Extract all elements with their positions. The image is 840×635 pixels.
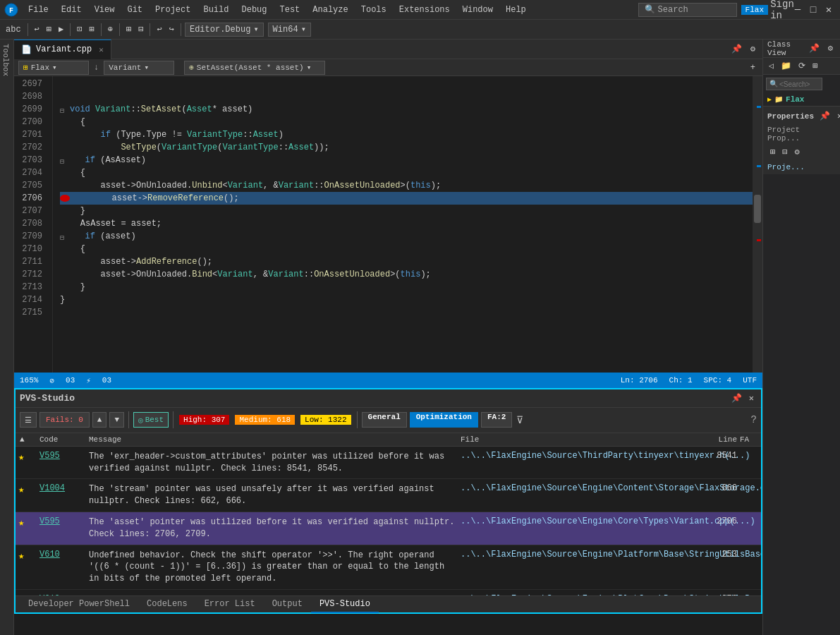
props-btn-1[interactable]: ⊞ — [767, 145, 778, 159]
menu-debug[interactable]: Debug — [236, 4, 272, 16]
toolbar-btn-5[interactable]: ⊞ — [87, 23, 97, 36]
class-view-search-box[interactable]: 🔍 — [766, 78, 822, 90]
code-link-3[interactable]: V595 — [39, 516, 60, 526]
toolbar-btn-8[interactable]: ⊟ — [135, 23, 146, 36]
pvs-row-4[interactable]: ★ V610 Undefined behavior. Check the shi… — [16, 545, 761, 590]
pvs-down-btn[interactable]: ▼ — [109, 412, 124, 428]
menu-tools[interactable]: Tools — [355, 4, 392, 16]
project-item[interactable]: Proje... — [767, 163, 836, 171]
menu-build[interactable]: Build — [197, 4, 234, 16]
toolbar-btn-10[interactable]: ↪ — [166, 23, 177, 36]
props-close[interactable]: ✕ — [834, 109, 840, 123]
medium-count[interactable]: Medium: 618 — [235, 415, 295, 425]
minimize-button[interactable]: ─ — [791, 3, 805, 17]
pvs-close-btn[interactable]: ✕ — [746, 392, 757, 405]
menu-project[interactable]: Project — [150, 4, 196, 16]
tab-error-list[interactable]: Error List — [196, 596, 264, 613]
th-fa[interactable]: FA — [740, 435, 761, 444]
menu-window[interactable]: Window — [457, 4, 499, 16]
pvs-help-btn[interactable]: ? — [751, 414, 757, 425]
toolbar-btn-6[interactable]: ⊕ — [105, 23, 116, 36]
class-view-search-input[interactable] — [779, 80, 829, 88]
tab-variant-cpp[interactable]: 📄 Variant.cpp ✕ — [14, 40, 111, 59]
class-view-folder[interactable]: 📁 — [778, 59, 794, 73]
pvs-menu-btn[interactable]: ☰ — [20, 412, 37, 428]
code-content[interactable]: ⊟ void Variant :: SetAsset ( Asset * ass… — [53, 76, 753, 373]
toolbar-abc[interactable]: abc — [3, 23, 24, 36]
collapse-2709[interactable]: ⊟ — [60, 232, 68, 241]
tab-codelens[interactable]: CodeLens — [138, 596, 196, 613]
pvs-row-3-code[interactable]: V595 — [37, 515, 86, 528]
pvs-row-4-code[interactable]: V610 — [37, 548, 86, 561]
pvs-row-1[interactable]: ★ V595 The 'exr_header->custom_attribute… — [16, 447, 761, 480]
th-code[interactable]: Code — [37, 435, 86, 444]
menu-test[interactable]: Test — [274, 4, 306, 16]
menu-git[interactable]: Git — [121, 4, 148, 16]
pvs-table-container[interactable]: ★ V595 The 'exr_header->custom_attribute… — [16, 447, 761, 595]
menu-help[interactable]: Help — [500, 4, 532, 16]
project-dropdown[interactable]: ⊞ Flax ▾ — [18, 61, 89, 75]
toolbar-btn-4[interactable]: ⊡ — [74, 23, 85, 36]
props-btn-2[interactable]: ⊟ — [779, 145, 790, 159]
tab-output[interactable]: Output — [264, 596, 311, 613]
menu-extensions[interactable]: Extensions — [394, 4, 456, 16]
th-message[interactable]: Message — [86, 435, 458, 444]
menu-view[interactable]: View — [89, 4, 121, 16]
props-pin[interactable]: 📌 — [817, 109, 833, 123]
tab-close-btn[interactable]: ✕ — [99, 45, 104, 54]
class-view-more[interactable]: ⊞ — [810, 59, 820, 73]
high-count[interactable]: High: 307 — [179, 415, 229, 425]
maximize-button[interactable]: □ — [806, 3, 820, 17]
low-count[interactable]: Low: 1322 — [300, 415, 351, 425]
collapse-2699[interactable]: ⊟ — [60, 105, 68, 114]
menu-edit[interactable]: Edit — [56, 4, 87, 16]
flax-node[interactable]: ▶ 📁 Flax — [763, 93, 840, 106]
th-file[interactable]: File — [458, 435, 705, 444]
code-link-4[interactable]: V610 — [39, 550, 60, 560]
th-line[interactable]: Line — [705, 435, 740, 444]
code-link-1[interactable]: V595 — [39, 451, 60, 461]
config-dropdown[interactable]: Editor.Debug ▾ — [185, 23, 264, 37]
toolbox-label[interactable]: Toolbox — [0, 40, 11, 80]
tab-developer-powershell[interactable]: Developer PowerShell — [20, 596, 138, 613]
tab-pvs-studio[interactable]: PVS-Studio — [311, 596, 379, 613]
toolbar-btn-1[interactable]: ↩ — [32, 23, 42, 36]
class-view-sync[interactable]: ⟳ — [796, 59, 808, 73]
pvs-row-2[interactable]: ★ V1004 The 'stream' pointer was used un… — [16, 479, 761, 512]
pvs-best-btn[interactable]: ◎ Best — [133, 412, 169, 428]
pvs-pin-btn[interactable]: 📌 — [729, 392, 745, 405]
toolbar-btn-3[interactable]: ▶ — [56, 23, 66, 36]
general-filter-btn[interactable]: General — [362, 412, 407, 428]
class-view-back[interactable]: ◁ — [766, 59, 777, 73]
class-view-gear[interactable]: ⚙ — [825, 42, 836, 55]
pvs-row-3[interactable]: ★ V595 The 'asset' pointer was utilized … — [16, 512, 761, 545]
function-dropdown[interactable]: ⊕ SetAsset(Asset * asset) ▾ — [184, 61, 325, 75]
menu-search-box[interactable]: 🔍 Search — [638, 3, 737, 17]
editor-area[interactable]: 2697 2698 2699 2700 2701 2702 2703 2704 … — [14, 76, 762, 373]
pvs-row-2-code[interactable]: V1004 — [37, 482, 86, 495]
panel-gear-btn[interactable]: ⚙ — [748, 42, 758, 56]
pvs-row-5[interactable]: ★ V610 Undefined behavior. Check the shi… — [16, 590, 761, 595]
add-tab-btn[interactable]: + — [748, 61, 758, 74]
toolbar-btn-2[interactable]: ⊞ — [44, 23, 54, 36]
optimization-filter-btn[interactable]: Optimization — [410, 412, 478, 428]
method-dropdown[interactable]: Variant ▾ — [104, 61, 174, 75]
platform-dropdown[interactable]: Win64 ▾ — [268, 23, 311, 37]
code-link-2[interactable]: V1004 — [39, 483, 65, 493]
signin-button[interactable]: Sign in — [775, 3, 789, 17]
scrollbar-thumb[interactable] — [754, 195, 761, 223]
toolbar-btn-9[interactable]: ↩ — [154, 23, 164, 36]
toolbar-btn-7[interactable]: ⊞ — [123, 23, 134, 36]
panel-pin-btn[interactable]: 📌 — [729, 42, 745, 56]
th-icon[interactable]: ▲ — [16, 435, 37, 444]
close-button[interactable]: ✕ — [822, 3, 836, 17]
editor-scrollbar[interactable] — [753, 76, 762, 373]
menu-file[interactable]: File — [23, 4, 54, 16]
pvs-up-btn[interactable]: ▲ — [92, 412, 107, 428]
fa-filter-btn[interactable]: FA:2 — [481, 412, 512, 428]
class-view-pin[interactable]: 📌 — [806, 42, 822, 55]
props-btn-3[interactable]: ⚙ — [791, 145, 802, 159]
menu-analyze[interactable]: Analyze — [307, 4, 353, 16]
filter-icon[interactable]: ⊽ — [516, 414, 523, 426]
collapse-2703[interactable]: ⊟ — [60, 156, 68, 164]
